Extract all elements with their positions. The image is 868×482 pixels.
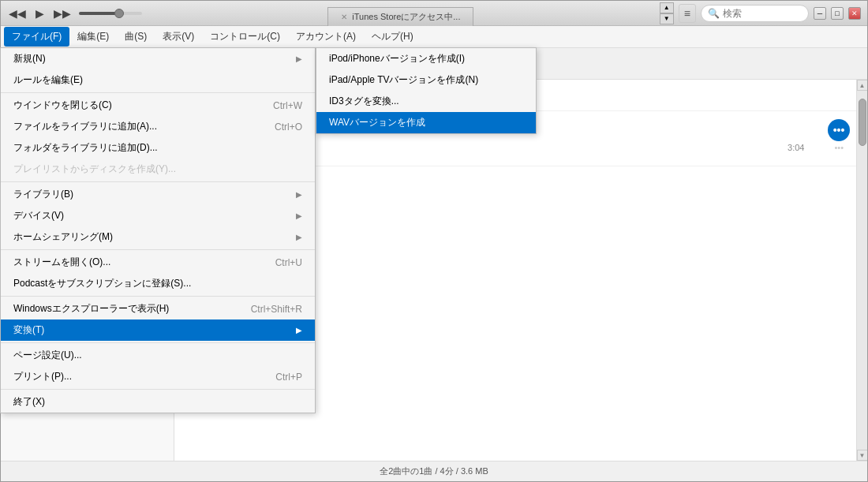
menu-bar: ファイル(F) 編集(E) 曲(S) 表示(V) コントロール(C) アカウント… xyxy=(1,26,867,48)
volume-slider[interactable] xyxy=(79,12,142,15)
menu-account[interactable]: アカウント(A) xyxy=(288,27,364,47)
title-bar: ◀◀ ▶ ▶▶ ✕ iTunes Storeにアクセス中... ▲ ▼ ≡ 🔍 xyxy=(1,1,867,26)
track-actions: ••• xyxy=(821,118,850,141)
scroll-down-button[interactable]: ▼ xyxy=(857,450,868,461)
table-row[interactable]: ｽｽﾄｩ ｫﾄﾘ 舌ﾏ鹿的ｶ Oldspurs... Satirical Oh … xyxy=(174,111,856,166)
sidebar xyxy=(1,48,174,461)
search-input[interactable] xyxy=(723,8,802,19)
tab-scroll: ▲ ▼ xyxy=(660,2,674,24)
scroll-up-button[interactable]: ▲ xyxy=(857,80,868,91)
menu-song[interactable]: 曲(S) xyxy=(117,27,155,47)
track-artist: ████ xyxy=(212,96,850,106)
list-view-button[interactable]: ≡ xyxy=(679,4,696,23)
back-button[interactable]: ◀◀ xyxy=(7,6,28,21)
tab-foryou[interactable]: For You xyxy=(264,53,324,74)
transport-controls: ◀◀ ▶ ▶▶ xyxy=(7,6,142,21)
maximize-button[interactable]: □ xyxy=(831,7,844,20)
track-title: ████████████ xyxy=(212,84,850,96)
search-bar: 🔍 xyxy=(701,5,809,22)
main-area: ライブラリ For You 見つける Radio ████████████ ██… xyxy=(1,48,867,461)
play-button[interactable]: ▶ xyxy=(34,6,46,21)
track-more-button[interactable]: ••• xyxy=(828,119,850,141)
menu-help[interactable]: ヘルプ(H) xyxy=(364,27,421,47)
close-button[interactable]: ✕ xyxy=(848,7,861,20)
content-wrapper: ライブラリ For You 見つける Radio ████████████ ██… xyxy=(174,48,867,461)
app-window: ◀◀ ▶ ▶▶ ✕ iTunes Storeにアクセス中... ▲ ▼ ≡ 🔍 xyxy=(0,0,868,482)
scrollbar-track[interactable] xyxy=(857,91,867,450)
minimize-button[interactable]: ─ xyxy=(814,7,826,20)
tab-bar: ライブラリ For You 見つける Radio xyxy=(174,48,867,80)
tab-close-icon[interactable]: ✕ xyxy=(341,13,347,21)
track-meta: █ █ █ ████ xyxy=(225,145,821,154)
search-icon: 🔍 xyxy=(708,8,720,19)
track-thumbnail xyxy=(181,83,206,108)
track-title: ｽｽﾄｩ ｫﾄﾘ 舌ﾏ鹿的ｶ Oldspurs... xyxy=(225,119,821,133)
tab-radio[interactable]: Radio xyxy=(397,53,449,74)
menu-edit[interactable]: 編集(E) xyxy=(69,27,117,47)
volume-thumb xyxy=(114,9,124,18)
menu-view[interactable]: 表示(V) xyxy=(155,27,202,47)
tab-library[interactable]: ライブラリ xyxy=(184,52,260,76)
menu-control[interactable]: コントロール(C) xyxy=(202,27,288,47)
status-text: 全2曲中の1曲 / 4分 / 3.6 MB xyxy=(380,465,488,477)
content-scroll-area: ████████████ ████ ｽｽﾄｩ ｫﾄﾘ 舌ﾏ鹿的ｶ Oldspur… xyxy=(174,80,856,461)
track-info: ████████████ ████ xyxy=(212,84,850,106)
tab-discover[interactable]: 見つける xyxy=(327,52,394,76)
tab-label: iTunes Storeにアクセス中... xyxy=(352,11,460,23)
tab-scroll-down[interactable]: ▼ xyxy=(660,13,674,24)
itunes-store-tab[interactable]: ✕ iTunes Storeにアクセス中... xyxy=(327,7,473,26)
content-and-scroll: ████████████ ████ ｽｽﾄｩ ｫﾄﾘ 舌ﾏ鹿的ｶ Oldspur… xyxy=(174,80,867,461)
table-row[interactable]: ████████████ ████ xyxy=(174,80,856,111)
track-thumbnail xyxy=(181,119,219,157)
status-bar: 全2曲中の1曲 / 4分 / 3.6 MB xyxy=(1,461,867,481)
track-info: ｽｽﾄｩ ｫﾄﾘ 舌ﾏ鹿的ｶ Oldspurs... Satirical Oh … xyxy=(225,118,821,154)
menu-file[interactable]: ファイル(F) xyxy=(4,27,69,47)
track-artist: Satirical Oh also xyxy=(225,136,821,145)
track-ellipsis[interactable]: ••• xyxy=(828,143,850,152)
forward-button[interactable]: ▶▶ xyxy=(52,6,73,21)
right-scrollbar: ▲ ▼ xyxy=(856,80,867,461)
title-right: ▲ ▼ ≡ 🔍 ─ □ ✕ xyxy=(660,2,861,24)
scrollbar-thumb xyxy=(859,99,866,146)
tab-scroll-up[interactable]: ▲ xyxy=(660,2,674,13)
